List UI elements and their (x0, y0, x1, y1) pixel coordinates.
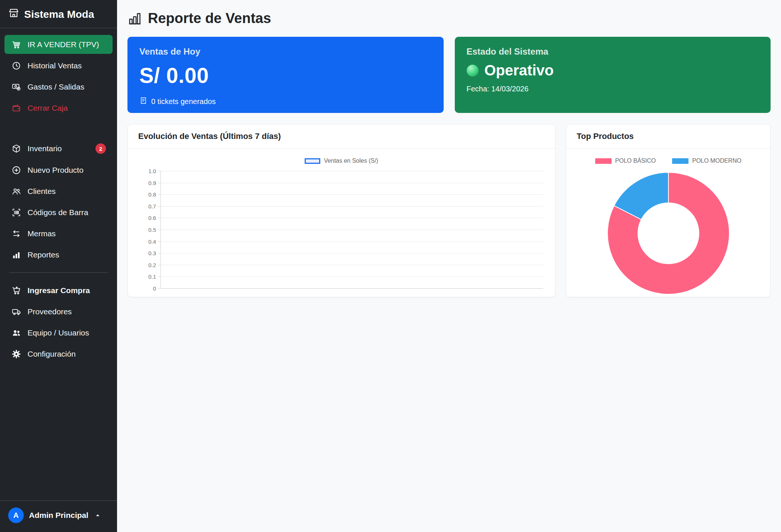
sidebar-item-label: Códigos de Barra (27, 208, 88, 217)
legend-label: Ventas en Soles (S/) (324, 158, 378, 164)
sidebar-item-mermas[interactable]: Mermas (4, 224, 113, 243)
bar-chart-icon (11, 250, 21, 260)
sales-today-title: Ventas de Hoy (139, 46, 432, 57)
store-icon (8, 7, 19, 21)
sidebar-item-label: Inventario (27, 144, 62, 153)
section-gap (4, 120, 113, 137)
line-series-swatch (305, 158, 320, 164)
sidebar-item-label: Proveedores (27, 307, 72, 316)
cart-icon (11, 39, 21, 49)
sidebar-nav: IR A VENDER (TPV) Historial Ventas Gasto… (0, 28, 117, 363)
top-products-panel: Top Productos POLO BÁSICO POLO MODERNO (566, 124, 771, 297)
top-products-body: POLO BÁSICO POLO MODERNO (566, 149, 770, 307)
sidebar-item-label: Mermas (27, 229, 56, 238)
donut-wrap (577, 171, 760, 296)
sidebar-item-ingresar-compra[interactable]: Ingresar Compra (4, 281, 113, 300)
y-tick (158, 230, 161, 230)
clock-icon (11, 61, 21, 71)
y-tick (158, 288, 161, 289)
receipt-icon (139, 97, 148, 107)
system-status-title: Estado del Sistema (467, 46, 759, 57)
legend-item-polo-moderno[interactable]: POLO MODERNO (672, 158, 741, 164)
plus-circle-icon (11, 165, 21, 175)
brand-label: Sistema Moda (24, 9, 94, 20)
gridline (161, 183, 543, 183)
sidebar-item-equipo-usuarios[interactable]: Equipo / Usuarios (4, 323, 113, 342)
line-plot: 1.00.90.80.70.60.50.40.30.20.10 (161, 171, 543, 288)
status-row: Operativo (467, 62, 759, 79)
people-icon (11, 186, 21, 196)
sales-today-amount: S/ 0.00 (139, 63, 432, 88)
system-status-card: Estado del Sistema Operativo Fecha: 14/0… (455, 37, 771, 113)
wallet-icon (11, 103, 21, 113)
sidebar-item-codigos-de-barra[interactable]: Códigos de Barra (4, 203, 113, 222)
y-tick-label: 1.0 (148, 168, 156, 174)
top-products-title: Top Productos (566, 124, 770, 149)
cart-plus-icon (11, 285, 21, 295)
gridline (161, 288, 543, 289)
gridline (161, 276, 543, 277)
legend-item-polo-basico[interactable]: POLO BÁSICO (595, 158, 656, 164)
brand: Sistema Moda (0, 0, 117, 28)
barcode-icon (11, 207, 21, 217)
gridline (161, 241, 543, 242)
sidebar-item-cerrar-caja[interactable]: Cerrar Caja (4, 98, 113, 117)
sidebar-item-historial-ventas[interactable]: Historial Ventas (4, 56, 113, 75)
user-menu[interactable]: A Admin Principal (0, 501, 117, 532)
inventory-count-badge: 2 (95, 143, 106, 154)
sidebar-item-proveedores[interactable]: Proveedores (4, 302, 113, 321)
sidebar-item-reportes[interactable]: Reportes (4, 245, 113, 264)
y-tick-label: 0.5 (148, 227, 156, 233)
sidebar-item-label: IR A VENDER (TPV) (27, 40, 99, 49)
truck-icon (11, 306, 21, 317)
sidebar-item-gastos-salidas[interactable]: Gastos / Salidas (4, 77, 113, 96)
donut-chart (606, 171, 731, 296)
y-tick (158, 276, 161, 277)
sidebar-item-label: Configuración (27, 350, 76, 359)
y-tick-label: 0.3 (148, 250, 156, 256)
charts-row: Evolución de Ventas (Últimos 7 días) Ven… (127, 124, 771, 297)
legend-item-ventas[interactable]: Ventas en Soles (S/) (305, 158, 378, 164)
y-tick (158, 206, 161, 207)
legend-label: POLO BÁSICO (615, 158, 656, 164)
gridline (161, 194, 543, 195)
y-tick (158, 171, 161, 171)
polo-moderno-swatch (672, 158, 688, 164)
y-tick-label: 0.8 (148, 191, 156, 198)
gridline (161, 206, 543, 207)
gridline (161, 230, 543, 230)
line-chart-legend: Ventas en Soles (S/) (138, 158, 545, 164)
sidebar-item-label: Gastos / Salidas (27, 82, 84, 91)
y-tick-label: 0.2 (148, 262, 156, 268)
sidebar-item-label: Nuevo Producto (27, 166, 84, 175)
avatar: A (8, 507, 24, 523)
sidebar-item-configuracion[interactable]: Configuración (4, 344, 113, 363)
sales-today-card: Ventas de Hoy S/ 0.00 0 tickets generado… (127, 37, 444, 113)
sidebar-item-inventario[interactable]: Inventario 2 (4, 139, 113, 158)
sidebar-item-label: Cerrar Caja (27, 104, 68, 113)
gridline (161, 265, 543, 265)
y-tick (158, 194, 161, 195)
sidebar-item-label: Equipo / Usuarios (27, 328, 89, 337)
sidebar: Sistema Moda IR A VENDER (TPV) Historial… (0, 0, 117, 532)
page-title: Reporte de Ventas (127, 10, 771, 26)
cash-coin-icon (11, 82, 21, 92)
y-tick-label: 0.4 (148, 238, 156, 244)
sidebar-item-label: Clientes (27, 187, 56, 196)
user-name: Admin Principal (29, 511, 88, 520)
tickets-label: 0 tickets generados (151, 97, 215, 106)
sidebar-item-nuevo-producto[interactable]: Nuevo Producto (4, 160, 113, 179)
gridline (161, 253, 543, 253)
gridline (161, 171, 543, 171)
sidebar-item-ir-a-vender[interactable]: IR A VENDER (TPV) (4, 35, 113, 54)
sidebar-item-label: Ingresar Compra (27, 286, 90, 295)
y-tick (158, 218, 161, 218)
tickets-line: 0 tickets generados (139, 97, 432, 107)
y-tick (158, 241, 161, 242)
sidebar-item-clientes[interactable]: Clientes (4, 182, 113, 201)
box-icon (11, 144, 21, 154)
y-tick (158, 253, 161, 253)
page-title-label: Reporte de Ventas (148, 10, 271, 26)
team-icon (11, 328, 21, 338)
system-date: Fecha: 14/03/2026 (467, 85, 759, 93)
